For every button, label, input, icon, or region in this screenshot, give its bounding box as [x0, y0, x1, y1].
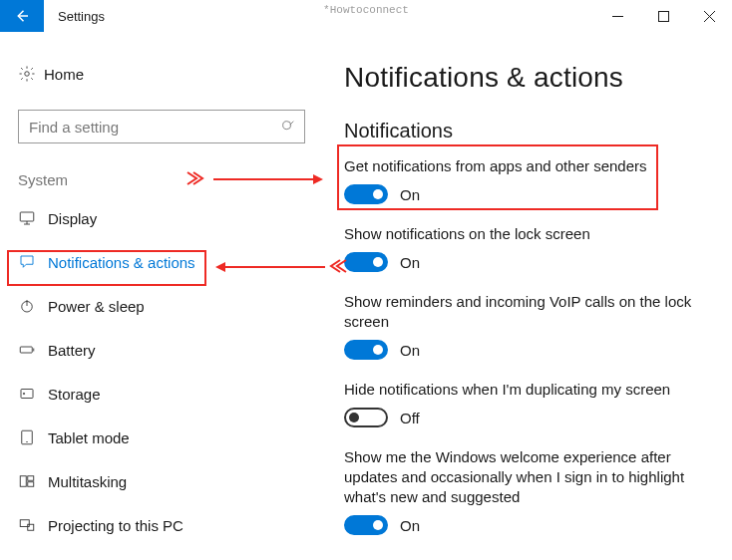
sidebar-item-label: Storage [48, 386, 101, 403]
gear-icon [18, 65, 44, 83]
window-title: Settings [44, 0, 105, 32]
svg-point-5 [283, 122, 291, 130]
toggle-state: Off [400, 410, 420, 426]
sidebar-item-tablet[interactable]: Tablet mode [18, 416, 304, 459]
home-link[interactable]: Home [18, 56, 304, 92]
setting-label: Show reminders and incoming VoIP calls o… [344, 292, 702, 332]
close-button[interactable] [686, 0, 732, 32]
close-icon [704, 11, 715, 22]
section-heading: Notifications [344, 120, 702, 142]
project-icon [18, 516, 48, 534]
svg-rect-22 [28, 524, 34, 530]
monitor-icon [18, 209, 48, 227]
main-area: Home System Display Notifications & acti… [0, 32, 732, 560]
toggle-apps-senders[interactable] [344, 184, 388, 204]
svg-point-15 [23, 393, 25, 395]
watermark-text: *Howtoconnect [323, 4, 409, 16]
toggle-state: On [400, 186, 420, 203]
sidebar-item-display[interactable]: Display [18, 196, 304, 240]
toggle-hide-duplicating[interactable] [344, 408, 388, 427]
sidebar-item-battery[interactable]: Battery [18, 328, 304, 372]
window-controls [594, 0, 732, 32]
minimize-icon [612, 11, 623, 22]
toggle-state: On [400, 342, 420, 359]
content-panel: Notifications & actions Notifications Ge… [314, 32, 732, 560]
sidebar-item-label: Tablet mode [48, 429, 130, 446]
svg-rect-18 [20, 476, 26, 487]
toggle-voip-lock[interactable] [344, 340, 388, 360]
maximize-icon [658, 11, 669, 22]
sidebar-item-projecting[interactable]: Projecting to this PC [18, 503, 304, 547]
toggle-welcome-experience[interactable] [344, 515, 388, 535]
home-label: Home [44, 66, 84, 83]
svg-rect-1 [658, 11, 668, 21]
search-icon [280, 119, 296, 135]
sidebar-item-label: Multitasking [48, 473, 127, 490]
setting-welcome-experience: Show me the Windows welcome experience a… [344, 447, 702, 535]
setting-apps-senders: Get notifications from apps and other se… [344, 156, 702, 204]
setting-label: Show notifications on the lock screen [344, 224, 702, 244]
tablet-icon [18, 428, 48, 446]
battery-icon [18, 341, 48, 359]
sidebar-section-label: System [18, 171, 304, 188]
sidebar-item-storage[interactable]: Storage [18, 372, 304, 416]
setting-voip-lock: Show reminders and incoming VoIP calls o… [344, 292, 702, 360]
sidebar-item-label: Notifications & actions [48, 254, 195, 271]
toggle-state: On [400, 517, 420, 534]
toggle-state: On [400, 254, 420, 271]
setting-lock-screen: Show notifications on the lock screen On [344, 224, 702, 272]
svg-rect-7 [20, 212, 34, 221]
left-panel: Home System Display Notifications & acti… [0, 32, 314, 560]
setting-label: Hide notifications when I'm duplicating … [344, 380, 702, 400]
chat-icon [18, 253, 48, 271]
sidebar-item-notifications[interactable]: Notifications & actions [18, 240, 304, 284]
sidebar-item-label: Battery [48, 342, 96, 359]
svg-rect-12 [20, 347, 32, 353]
search-input-wrapper[interactable] [18, 110, 305, 143]
setting-label: Get notifications from apps and other se… [344, 156, 702, 176]
sidebar-item-label: Projecting to this PC [48, 517, 183, 534]
toggle-lock-screen[interactable] [344, 252, 388, 272]
minimize-button[interactable] [594, 0, 640, 32]
sidebar-item-label: Power & sleep [48, 298, 145, 315]
svg-rect-14 [21, 390, 33, 399]
maximize-button[interactable] [640, 0, 686, 32]
sidebar-item-label: Display [48, 210, 97, 227]
setting-label: Show me the Windows welcome experience a… [344, 447, 702, 507]
setting-hide-duplicating: Hide notifications when I'm duplicating … [344, 380, 702, 427]
page-title: Notifications & actions [344, 62, 702, 94]
power-icon [18, 297, 48, 315]
multitask-icon [18, 472, 48, 490]
svg-rect-19 [28, 476, 34, 481]
svg-point-4 [25, 72, 30, 77]
back-button[interactable] [0, 0, 44, 32]
search-input[interactable] [19, 111, 304, 142]
storage-icon [18, 385, 48, 403]
svg-rect-20 [28, 482, 34, 487]
sidebar-item-multitasking[interactable]: Multitasking [18, 459, 304, 503]
arrow-left-icon [13, 7, 31, 25]
sidebar-item-power[interactable]: Power & sleep [18, 284, 304, 328]
